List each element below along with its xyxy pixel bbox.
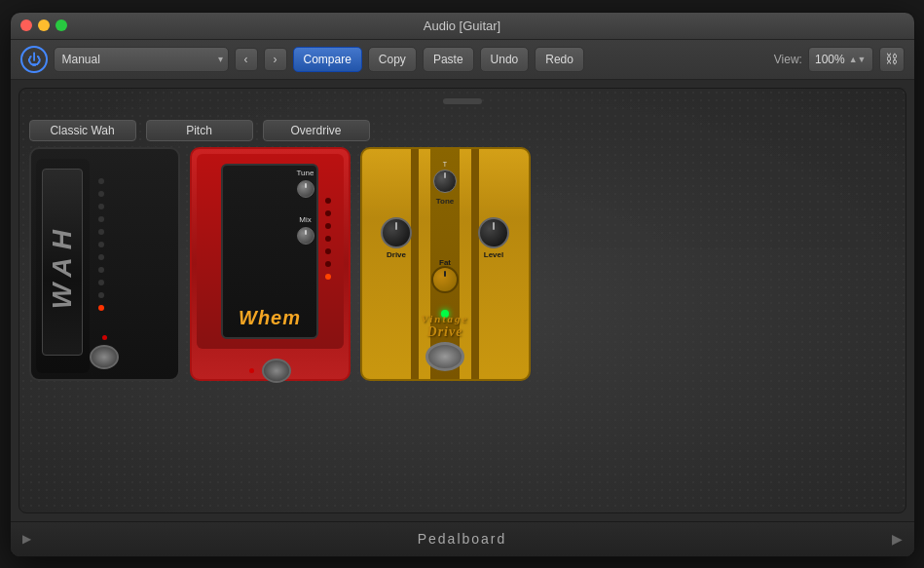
chevron-right-icon: › [274,53,277,66]
wah-led-8 [98,267,104,273]
wah-status-led [102,335,107,340]
whammy-stomp-button[interactable] [262,359,291,383]
copy-button[interactable]: Copy [368,47,417,72]
wah-led-2 [98,191,104,197]
pedals-row: WAH [29,147,896,381]
pedal-label-overdrive[interactable]: Overdrive [263,120,370,141]
drive-knob-group: Drive [381,217,412,259]
window-title: Audio [Guitar] [424,19,501,33]
paste-button[interactable]: Paste [423,47,474,72]
play-button[interactable]: ▶ [22,532,31,546]
mix-knob-group: Mix [297,215,314,245]
fat-knob-group [431,266,459,293]
bottom-title: Pedalboard [418,531,507,547]
level-knob-group: Level [478,217,509,259]
undo-button[interactable]: Undo [480,47,530,72]
whammy-led-6 [325,261,331,267]
nav-forward-button[interactable]: › [264,48,287,71]
redo-button[interactable]: Redo [535,47,584,72]
wah-led-4 [98,216,104,222]
toolbar: ⏻ Manual ▾ ‹ › Compare Copy Paste Undo R… [11,40,914,80]
level-label: Level [484,250,503,259]
whammy-status-led [249,368,254,373]
zoom-stepper-icon: ▲▼ [849,55,867,64]
main-area: Classic Wah Pitch Overdrive WAH [11,80,914,521]
fat-knob[interactable] [431,266,459,293]
compare-button[interactable]: Compare [293,47,362,72]
whammy-led-2 [325,210,331,216]
od-brand-drive: Drive [362,324,529,340]
tone-knob-top[interactable] [433,170,457,193]
wah-led-10 [98,292,104,298]
tune-knob-group: Tune [297,169,314,198]
tone-label-top: T [443,161,447,168]
link-button[interactable]: ⛓ [879,47,905,72]
pedal-label-pitch[interactable]: Pitch [146,120,253,141]
zoom-value: 100% [815,53,845,66]
tone-knob-group: T Tone [433,161,457,206]
wah-led-1 [98,178,104,184]
od-brand-vintage: Vintage [362,313,529,324]
bottom-bar: ▶ Pedalboard ▶ [11,521,914,556]
od-brand-text: Vintage Drive [362,313,529,340]
tone-label: Tone [436,197,455,206]
wah-led-5 [98,229,104,235]
od-left-stripe [411,149,419,379]
whammy-pedal: Whem Tune [190,147,351,381]
wah-led-6 [98,242,104,247]
whammy-led-4 [325,236,331,242]
drag-handle [443,98,482,104]
maximize-button[interactable] [55,19,67,31]
power-icon: ⏻ [27,52,41,67]
mix-knob[interactable] [297,227,314,245]
wah-bottom [90,335,119,369]
pedalboard-area: Classic Wah Pitch Overdrive WAH [18,88,906,513]
od-stomp-area [425,342,464,371]
preset-wrapper: Manual ▾ [54,47,229,72]
wah-led-7 [98,254,104,260]
wah-led-9 [98,280,104,285]
window-controls [20,19,67,31]
main-window: Audio [Guitar] ⏻ Manual ▾ ‹ › Compare Co… [10,12,915,557]
whammy-led-1 [325,198,331,204]
view-label: View: [774,53,802,66]
nav-back-button[interactable]: ‹ [235,48,258,71]
whammy-led-7 [325,274,331,280]
od-mid-section: Drive Level [362,217,529,259]
title-bar: Audio [Guitar] [11,13,914,40]
wah-led-11 [98,305,104,311]
overdrive-pedal: T Tone Drive Level [360,147,531,381]
whammy-led-3 [325,223,331,229]
pedal-labels-row: Classic Wah Pitch Overdrive [29,120,896,141]
wah-led-3 [98,204,104,209]
pedal-label-classic-wah[interactable]: Classic Wah [29,120,136,141]
whammy-led-column [325,178,331,280]
whammy-name: Whem [197,307,344,329]
expand-button[interactable]: ▶ [892,531,903,547]
wah-text: WAH [47,222,78,309]
tune-knob[interactable] [297,180,314,198]
drive-knob[interactable] [381,217,412,248]
preset-dropdown[interactable]: Manual [54,47,229,72]
whammy-led-5 [325,248,331,254]
od-right-stripe [471,149,479,379]
drive-label: Drive [387,250,406,259]
power-button[interactable]: ⏻ [20,46,48,73]
whammy-bottom [192,354,349,388]
close-button[interactable] [20,19,32,31]
od-stomp-button[interactable] [425,342,464,371]
tune-label: Tune [297,169,314,177]
minimize-button[interactable] [38,19,50,31]
wah-rocker[interactable]: WAH [36,159,90,373]
link-icon: ⛓ [885,52,898,66]
level-knob[interactable] [478,217,509,248]
view-zoom-control[interactable]: 100% ▲▼ [808,47,873,72]
mix-label: Mix [299,215,311,224]
wah-stomp-button[interactable] [90,345,119,369]
chevron-left-icon: ‹ [244,53,248,66]
wah-pedal: WAH [29,147,180,381]
